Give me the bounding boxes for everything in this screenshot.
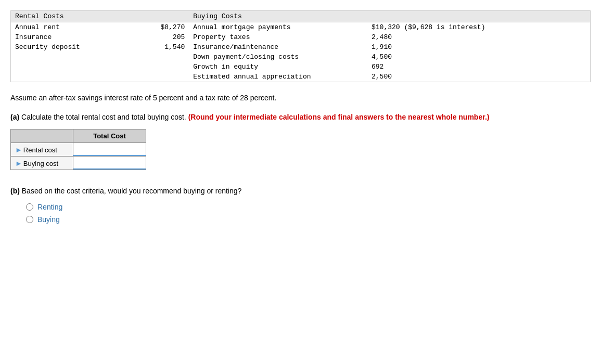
rental-label-0: Annual rent (11, 22, 130, 33)
part-a-highlight: (Round your intermediate calculations an… (188, 113, 490, 121)
buying-label-4: Growth in equity (189, 62, 367, 72)
rental-label-4 (11, 62, 130, 72)
answer-row-label-0: ►Rental cost (11, 143, 73, 157)
rental-value-0: $8,270 (130, 22, 189, 33)
part-a-question: (a) Calculate the total rental cost and … (10, 112, 591, 123)
rental-value-2: 1,540 (130, 42, 189, 52)
answer-col-header: Total Cost (73, 129, 146, 143)
radio-buying-label: Buying (37, 215, 60, 224)
rental-value-4 (130, 62, 189, 72)
buying-label-0: Annual mortgage payments (189, 22, 367, 33)
arrow-icon-1: ► (15, 159, 22, 167)
answer-col-empty (11, 129, 73, 143)
buying-label-3: Down payment/closing costs (189, 52, 367, 62)
radio-renting-label: Renting (37, 203, 62, 211)
rental-label-5 (11, 72, 130, 82)
buying-value-4: 692 (367, 62, 590, 72)
table-row: ►Rental cost (11, 143, 146, 157)
arrow-icon-0: ► (15, 146, 22, 154)
buying-value-0: $10,320 ($9,628 is interest) (367, 22, 590, 33)
costs-table: Rental Costs Buying Costs Annual rent $8… (10, 10, 591, 82)
rental-value-5 (130, 72, 189, 82)
radio-renting-input[interactable] (26, 203, 33, 211)
part-a-label: (a) (10, 113, 19, 121)
rental-label-2: Security deposit (11, 42, 130, 52)
radio-buying[interactable]: Buying (26, 215, 591, 224)
rental-value-3 (130, 52, 189, 62)
answer-input-1[interactable] (73, 157, 146, 170)
rental-label-1: Insurance (11, 32, 130, 42)
part-b-section: (b) Based on the cost criteria, would yo… (10, 186, 591, 224)
table-row: ►Buying cost (11, 157, 146, 170)
rental-label-3 (11, 52, 130, 62)
buying-value-3: 4,500 (367, 52, 590, 62)
buying-label-2: Insurance/maintenance (189, 42, 367, 52)
buying-value-5: 2,500 (367, 72, 590, 82)
rental-value-1: 205 (130, 32, 189, 42)
answer-table: Total Cost ►Rental cost ►Buying cost (10, 129, 146, 170)
radio-renting[interactable]: Renting (26, 203, 591, 211)
answer-input-0[interactable] (73, 143, 146, 156)
answer-row-label-1: ►Buying cost (11, 157, 73, 170)
buying-value-2: 1,910 (367, 42, 590, 52)
radio-buying-input[interactable] (26, 216, 33, 223)
buying-costs-header: Buying Costs (189, 11, 367, 22)
part-a-section: (a) Calculate the total rental cost and … (10, 112, 591, 170)
buying-label-5: Estimated annual appreciation (189, 72, 367, 82)
part-b-question: (b) Based on the cost criteria, would yo… (10, 186, 591, 197)
assumption-text: Assume an after-tax savings interest rat… (10, 93, 591, 103)
radio-group: Renting Buying (26, 203, 591, 224)
rental-costs-header: Rental Costs (11, 11, 130, 22)
buying-value-1: 2,480 (367, 32, 590, 42)
answer-input-cell-0[interactable] (73, 143, 146, 157)
part-b-label: (b) (10, 187, 20, 195)
answer-input-cell-1[interactable] (73, 157, 146, 170)
buying-label-1: Property taxes (189, 32, 367, 42)
